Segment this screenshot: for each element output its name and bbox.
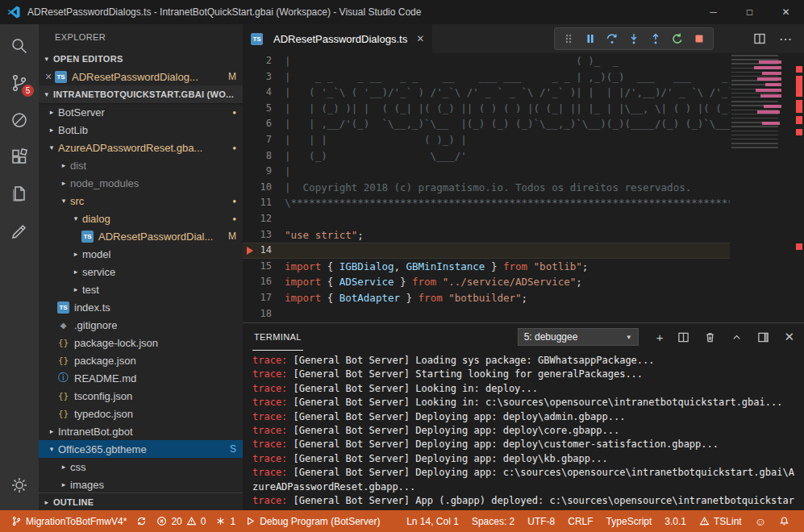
tree-item-label: IntranetBot.gbot (58, 426, 133, 438)
line-number: 6 (243, 116, 272, 132)
close-tab-icon[interactable]: ✕ (416, 33, 424, 44)
terminal-output[interactable]: trace: [General Bot Server] Loading sys … (243, 351, 804, 510)
code-text: | ( '_`\ ( '__)/'_` ) /'_`\ /' _ ` _ `\ … (285, 85, 730, 101)
tree-item[interactable]: {}package-lock.json (39, 334, 243, 351)
extra-indicator-item[interactable]: 1 (210, 510, 240, 532)
tree-item[interactable]: ▾AzureADPasswordReset.gba...● (39, 139, 243, 156)
git-branch-item[interactable]: MigrationToBotFmwV4* (6, 510, 131, 532)
tree-item[interactable]: TSADResetPasswordDial...M (39, 227, 243, 245)
debug-current-line-arrow-icon (247, 247, 253, 255)
tree-item[interactable]: ▾dialog● (39, 210, 243, 227)
open-editors-header[interactable]: ▾ OPEN EDITORS (39, 50, 243, 68)
close-button[interactable]: ✕ (768, 0, 804, 24)
tree-item[interactable]: ▸model (39, 245, 243, 263)
debug-status-item[interactable]: Debug Program (BotServer) (240, 510, 385, 532)
tree-item[interactable]: ▸IntranetBot.gbot (39, 422, 243, 440)
panel-layout-icon[interactable] (757, 331, 769, 343)
tree-item[interactable]: ▸node_modules (39, 174, 243, 192)
pause-icon[interactable] (581, 29, 600, 48)
settings-gear-icon[interactable] (0, 467, 39, 504)
tree-item[interactable]: ▸test (39, 281, 243, 298)
terminal-select[interactable]: 5: debuggee ▼ (518, 328, 639, 346)
tree-item[interactable]: {}tsconfig.json (39, 387, 243, 405)
code-text: import { IGBDialog, GBMinInstance } from… (285, 259, 588, 275)
tree-item[interactable]: ▸images (39, 476, 243, 493)
code-editor[interactable]: 2| ( )_ _ |3| _ _ _ __ _ _ __ ___ ___ _ … (243, 53, 804, 322)
close-editor-icon[interactable]: ✕ (42, 72, 55, 82)
tree-item[interactable]: {}package.json (39, 351, 243, 369)
search-icon[interactable] (0, 27, 39, 64)
json-file-icon: {} (57, 391, 69, 401)
minimap-error-mark (757, 110, 780, 114)
sidebar-title: EXPLORER (39, 24, 243, 50)
tree-item-label: README.md (74, 372, 136, 384)
split-terminal-icon[interactable] (677, 331, 689, 343)
log-level-prefix: trace: (252, 453, 294, 464)
tree-item[interactable]: ▸service (39, 263, 243, 281)
more-actions-icon[interactable]: ⋯ (779, 31, 793, 47)
language-mode[interactable]: TypeScript (600, 510, 659, 532)
tree-item[interactable]: ▸BotLib (39, 121, 243, 139)
git-status-badge: M (228, 71, 236, 82)
maximize-button[interactable]: □ (731, 0, 768, 24)
line-number: 7 (243, 132, 272, 148)
step-into-icon[interactable] (624, 29, 644, 48)
modified-dot-badge: ● (232, 109, 236, 116)
minimize-button[interactable]: ─ (695, 0, 731, 24)
tree-item[interactable]: ▾src● (39, 192, 243, 210)
workspace-header[interactable]: ▾ INTRANETBOTQUICKSTART.GBAI (WO... (39, 85, 243, 103)
source-control-icon[interactable]: 5 (0, 64, 39, 102)
open-editor-item[interactable]: ✕ TS ADResetPasswordDialog... M (39, 68, 243, 85)
grip-handle-icon[interactable] (559, 29, 578, 48)
tslint-status[interactable]: TSLint (693, 510, 748, 532)
eol-sequence[interactable]: CRLF (561, 510, 599, 532)
indentation[interactable]: Spaces: 2 (465, 510, 521, 532)
problems-item[interactable]: 20 0 (152, 510, 210, 532)
debug-icon[interactable] (0, 102, 39, 139)
tree-item[interactable]: ▸BotServer● (39, 103, 243, 121)
new-terminal-icon[interactable]: + (656, 330, 664, 344)
chevron-down-icon: ▼ (626, 334, 632, 341)
extensions-icon[interactable] (0, 139, 39, 176)
code-text: | | ,__/'(_) `\__,_)`\__ |(_) (_) (_)`\_… (285, 116, 730, 132)
title-bar: ADResetPasswordDialogs.ts - IntranetBotQ… (0, 0, 804, 24)
chevron-down-icon: ▾ (45, 143, 58, 152)
outline-header[interactable]: ▸ OUTLINE (39, 493, 243, 510)
tree-item[interactable]: TSindex.ts (39, 298, 243, 316)
explorer-files-icon[interactable] (0, 176, 39, 213)
sync-item[interactable] (131, 510, 152, 532)
line-number: 11 (243, 195, 272, 211)
readme-info-icon: ⓘ (57, 371, 69, 385)
tree-item[interactable]: ◆.gitignore (39, 316, 243, 334)
notifications-bell[interactable] (773, 510, 796, 532)
edit-pencil-icon[interactable] (0, 213, 39, 250)
tree-item[interactable]: ▾Office365.gbthemeS (39, 440, 243, 458)
typescript-version[interactable]: 3.0.1 (658, 510, 693, 532)
encoding[interactable]: UTF-8 (521, 510, 561, 532)
tree-item[interactable]: ⓘREADME.md (39, 369, 243, 387)
maximize-panel-icon[interactable] (731, 331, 743, 343)
tree-item[interactable]: ▸dist (39, 156, 243, 174)
overview-ruler[interactable] (794, 53, 804, 322)
editor-tab[interactable]: TS ADResetPasswordDialogs.ts ✕ (243, 24, 432, 53)
step-out-icon[interactable] (646, 29, 665, 48)
code-text: | | | ( )_) | | (285, 132, 730, 148)
feedback-smiley[interactable]: ☺ (748, 510, 773, 532)
tree-item[interactable]: ▸css (39, 458, 243, 476)
restart-icon[interactable] (668, 29, 687, 48)
tab-terminal[interactable]: TERMINAL (252, 323, 303, 351)
tree-item[interactable]: {}typedoc.json (39, 405, 243, 422)
editor-group: TS ADResetPasswordDialogs.ts ✕ (243, 24, 804, 510)
log-message: [General Bot Server] Starting looking fo… (294, 368, 643, 380)
workspace-label: INTRANETBOTQUICKSTART.GBAI (WO... (53, 89, 234, 99)
step-over-icon[interactable] (602, 29, 622, 48)
cursor-position[interactable]: Ln 14, Col 1 (400, 510, 465, 532)
minimap-error-mark (760, 94, 781, 98)
code-text: \***************************************… (285, 195, 730, 211)
split-editor-icon[interactable] (753, 32, 766, 45)
kill-terminal-trash-icon[interactable] (704, 331, 716, 343)
tslint-label: TSLint (714, 516, 742, 527)
stop-icon[interactable] (689, 29, 709, 48)
close-panel-icon[interactable]: ✕ (784, 330, 794, 344)
minimap[interactable] (730, 53, 794, 322)
